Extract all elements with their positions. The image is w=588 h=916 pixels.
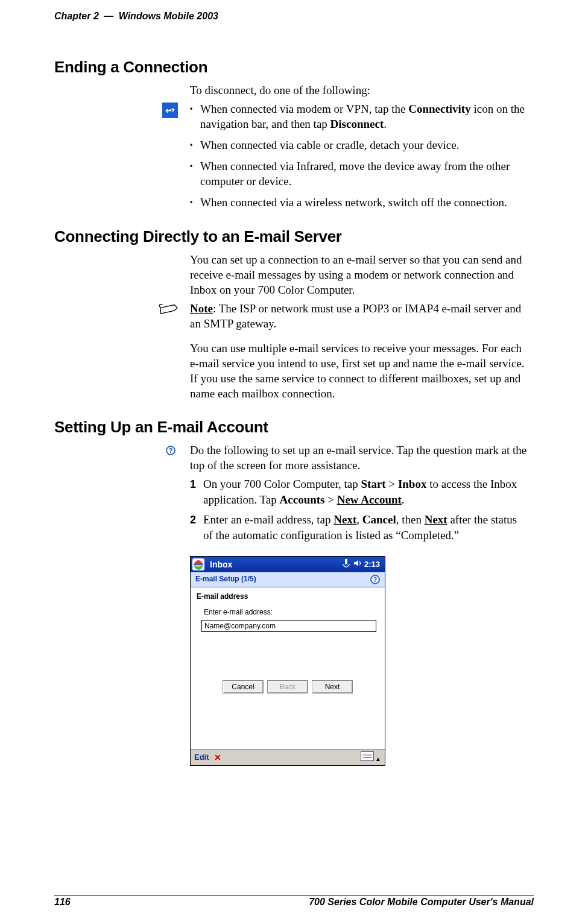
pda-delete-icon[interactable]: ✕: [214, 752, 221, 763]
ending-bullet-1: When connected via modem or VPN, tap the…: [190, 101, 528, 131]
manual-title: 700 Series Color Mobile Computer User's …: [309, 897, 534, 908]
chapter-title: Windows Mobile 2003: [119, 11, 218, 21]
pda-app-title: Inbox: [210, 559, 232, 570]
pda-cancel-button[interactable]: Cancel: [223, 680, 264, 693]
connecting-p2: You can use multiple e-mail services to …: [190, 341, 528, 401]
pda-setup-step-label: E-mail Setup (1/5): [195, 575, 256, 584]
ending-bullet-2: When connected via cable or cradle, deta…: [190, 137, 528, 153]
ending-bullet-4: When connected via a wireless network, s…: [190, 195, 528, 210]
connectivity-icon: [162, 103, 178, 118]
pda-sip-area[interactable]: ▲: [361, 751, 381, 764]
connecting-note: Note: The ISP or network must use a POP3…: [190, 301, 528, 331]
help-icon: ?: [166, 444, 175, 453]
heading-setting-up: Setting Up an E-mail Account: [54, 418, 534, 437]
ending-intro: To disconnect, do one of the following:: [190, 83, 528, 98]
ending-bullet-3: When connected via Infrared, move the de…: [190, 159, 528, 189]
signal-icon[interactable]: [341, 559, 351, 570]
pda-next-button[interactable]: Next: [312, 680, 353, 693]
sip-up-arrow-icon[interactable]: ▲: [375, 756, 381, 762]
svg-text:?: ?: [373, 576, 377, 583]
pda-bottom-bar: Edit ✕ ▲: [191, 749, 385, 765]
svg-text:?: ?: [169, 447, 172, 454]
volume-icon[interactable]: [353, 559, 362, 570]
pda-help-icon[interactable]: ?: [370, 575, 380, 584]
page-number: 116: [54, 897, 71, 908]
connecting-p1: You can set up a connection to an e-mail…: [190, 252, 528, 297]
page-footer: 116 700 Series Color Mobile Computer Use…: [54, 895, 534, 908]
email-label: Enter e-mail address:: [204, 608, 379, 618]
ending-bullet-list: When connected via modem or VPN, tap the…: [190, 101, 528, 210]
heading-connecting-directly: Connecting Directly to an E-mail Server: [54, 227, 534, 246]
note-icon: [157, 301, 182, 320]
pda-edit-menu[interactable]: Edit: [194, 752, 209, 762]
email-field[interactable]: [201, 620, 376, 632]
setup-step-2: Enter an e-mail address, tap Next, Cance…: [190, 512, 528, 543]
setup-step-1: On your 700 Color Computer, tap Start > …: [190, 476, 528, 507]
header-separator: —: [104, 11, 113, 21]
setup-intro: Do the following to set up an e-mail ser…: [190, 443, 528, 473]
running-header: Chapter 2 — Windows Mobile 2003: [54, 11, 534, 22]
setup-steps: On your 700 Color Computer, tap Start > …: [190, 476, 528, 543]
pda-back-button: Back: [267, 680, 308, 693]
pda-screenshot: Inbox 2:13 E-mail Setup (1/5) ? E-mail a…: [190, 556, 385, 766]
pda-titlebar: Inbox 2:13: [191, 557, 385, 572]
keyboard-icon[interactable]: [361, 751, 374, 761]
pda-subtitle-bar: E-mail Setup (1/5) ?: [191, 572, 385, 587]
pda-form-legend: E-mail address: [197, 592, 379, 602]
heading-ending-connection: Ending a Connection: [54, 58, 534, 77]
clock-time[interactable]: 2:13: [364, 559, 380, 569]
svg-rect-4: [345, 559, 347, 564]
chapter-number: Chapter 2: [54, 11, 99, 21]
pda-form: E-mail address Enter e-mail address: Can…: [191, 587, 385, 749]
start-icon[interactable]: [192, 558, 205, 571]
